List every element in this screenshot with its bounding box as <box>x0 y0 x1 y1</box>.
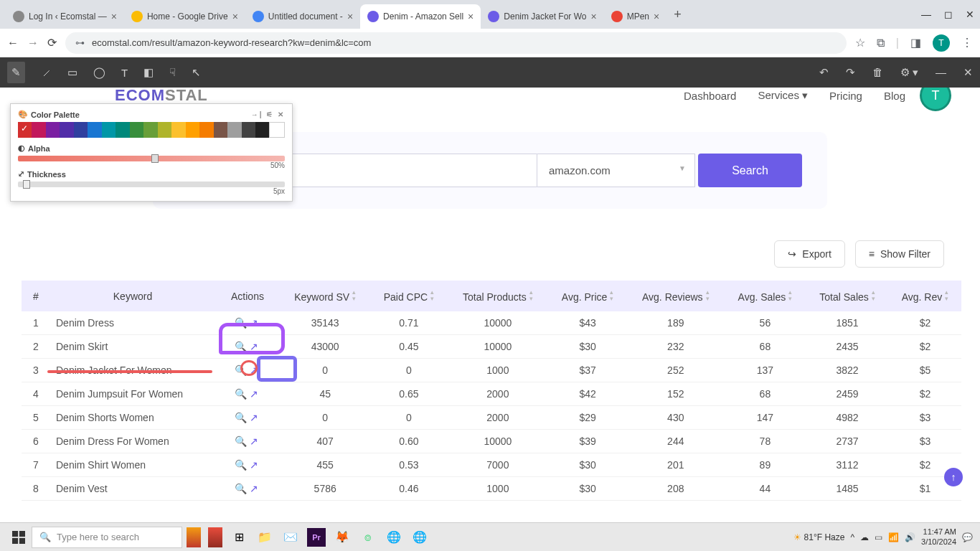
close-tab-icon[interactable]: × <box>111 11 117 22</box>
color-swatch[interactable] <box>269 122 284 138</box>
color-swatch[interactable] <box>255 122 269 138</box>
color-swatch[interactable] <box>18 122 32 138</box>
color-swatch[interactable] <box>88 122 101 138</box>
keyword-cell[interactable]: Denim Dress For Women <box>50 430 215 453</box>
eraser-tool[interactable]: ◧ <box>143 66 154 79</box>
onedrive-icon[interactable]: ☁ <box>860 532 869 542</box>
browser-menu-icon[interactable]: ⋮ <box>961 36 973 50</box>
column-header[interactable]: Actions <box>215 281 280 311</box>
minimize-toolbar[interactable]: — <box>936 66 946 79</box>
browser-tab[interactable]: MPen× <box>604 4 667 29</box>
color-swatches[interactable] <box>18 122 285 138</box>
start-button[interactable] <box>7 526 30 549</box>
thickness-slider[interactable] <box>18 182 285 187</box>
color-swatch[interactable] <box>242 122 255 138</box>
profile-avatar[interactable]: T <box>933 34 950 52</box>
open-action-icon[interactable]: ↗ <box>250 317 261 329</box>
bookmark-icon[interactable]: ☆ <box>855 36 865 50</box>
pen-tool[interactable]: ✎ <box>7 62 25 83</box>
color-swatch[interactable] <box>32 122 45 138</box>
close-tab-icon[interactable]: × <box>590 11 596 22</box>
close-tab-icon[interactable]: × <box>232 11 238 22</box>
forward-button[interactable]: → <box>27 37 39 50</box>
premiere-icon[interactable]: Pr <box>307 528 326 547</box>
keyword-cell[interactable]: Denim Shirt Women <box>50 453 215 477</box>
column-header[interactable]: # <box>22 281 50 311</box>
nav-link[interactable]: Dashboard <box>684 90 736 102</box>
open-action-icon[interactable]: ↗ <box>250 341 261 352</box>
column-header[interactable]: Keyword SV▴▾ <box>280 281 370 311</box>
export-button[interactable]: ↪Export <box>774 240 844 268</box>
volume-icon[interactable]: 🔊 <box>905 532 915 542</box>
movies-icon[interactable] <box>187 527 201 547</box>
redo-button[interactable]: ↷ <box>846 66 855 79</box>
close-tab-icon[interactable]: × <box>468 11 473 22</box>
color-swatch[interactable] <box>186 122 199 138</box>
keyword-cell[interactable]: Denim Vest <box>50 477 215 501</box>
browser-tab[interactable]: Log In ‹ Ecomstal — × <box>6 4 124 29</box>
nav-link[interactable]: Blog <box>884 90 905 102</box>
window-minimize[interactable]: — <box>921 9 931 20</box>
column-header[interactable]: Paid CPC▴▾ <box>370 281 447 311</box>
color-swatch[interactable] <box>199 122 213 138</box>
search-action-icon[interactable]: 🔍 <box>235 364 250 376</box>
line-tool[interactable]: ⟋ <box>41 67 52 79</box>
window-close[interactable]: ✕ <box>966 9 974 20</box>
alpha-slider[interactable] <box>18 156 285 161</box>
open-action-icon[interactable]: ↗ <box>250 364 261 376</box>
browser-tab[interactable]: Untitled document - × <box>245 4 360 29</box>
pointer-tool[interactable]: ☟ <box>169 66 176 79</box>
browser-tab[interactable]: Denim Jacket For Wo× <box>481 4 603 29</box>
color-palette-panel[interactable]: 🎨 Color Palette →| ⚟ ✕ ◐Alpha 50% ⤢Thick… <box>10 103 293 202</box>
user-avatar[interactable]: T <box>920 88 951 111</box>
reload-button[interactable]: ⟳ <box>47 36 57 50</box>
search-action-icon[interactable]: 🔍 <box>235 317 250 329</box>
back-button[interactable]: ← <box>7 37 19 50</box>
site-info-icon[interactable]: ⊶ <box>75 37 85 48</box>
task-view-icon[interactable]: ⊞ <box>230 528 248 547</box>
column-header[interactable]: Total Sales▴▾ <box>806 281 889 311</box>
open-action-icon[interactable]: ↗ <box>250 459 261 471</box>
scroll-to-top[interactable]: ↑ <box>944 468 963 486</box>
search-action-icon[interactable]: 🔍 <box>235 483 250 494</box>
tray-expand-icon[interactable]: ^ <box>850 532 854 542</box>
keyword-cell[interactable]: Denim Skirt <box>50 335 215 359</box>
color-swatch[interactable] <box>227 122 241 138</box>
open-action-icon[interactable]: ↗ <box>250 483 261 494</box>
cursor-tool[interactable]: ↖ <box>192 66 201 79</box>
palette-controls[interactable]: →| ⚟ ✕ <box>251 110 285 118</box>
open-action-icon[interactable]: ↗ <box>250 412 261 423</box>
browser-tab[interactable]: Home - Google Drive× <box>124 4 245 29</box>
search-action-icon[interactable]: 🔍 <box>235 388 250 400</box>
taskbar-search[interactable]: 🔍 Type here to search <box>32 527 182 548</box>
window-maximize[interactable]: ◻ <box>944 9 953 20</box>
search-action-icon[interactable]: 🔍 <box>235 459 250 471</box>
delete-button[interactable]: 🗑 <box>872 66 883 79</box>
color-swatch[interactable] <box>46 122 60 138</box>
show-filter-button[interactable]: ≡Show Filter <box>855 240 944 268</box>
keyword-cell[interactable]: Denim Shorts Women <box>50 406 215 430</box>
firefox-icon[interactable]: 🦊 <box>333 528 352 547</box>
search-action-icon[interactable]: 🔍 <box>235 412 250 423</box>
ellipse-tool[interactable]: ◯ <box>93 66 105 79</box>
color-swatch[interactable] <box>60 122 73 138</box>
search-action-icon[interactable]: 🔍 <box>235 341 250 352</box>
movies-icon-2[interactable] <box>208 527 222 547</box>
color-swatch[interactable] <box>102 122 116 138</box>
open-action-icon[interactable]: ↗ <box>250 435 261 447</box>
site-logo[interactable]: ECOMSTAL <box>115 88 208 105</box>
notifications-icon[interactable]: 💬 <box>962 532 973 542</box>
settings-icon[interactable]: ⚙ ▾ <box>900 66 918 79</box>
column-header[interactable]: Total Products▴▾ <box>447 281 548 311</box>
open-action-icon[interactable]: ↗ <box>250 388 261 400</box>
text-tool[interactable]: T <box>121 67 128 79</box>
weather-widget[interactable]: ☀81°F Haze <box>793 532 845 542</box>
rect-tool[interactable]: ▭ <box>67 66 77 79</box>
whatsapp-icon[interactable]: ⌾ <box>359 528 377 547</box>
explorer-icon[interactable]: 📁 <box>255 528 274 547</box>
column-header[interactable]: Keyword <box>50 281 215 311</box>
color-swatch[interactable] <box>130 122 143 138</box>
browser-tab[interactable]: Denim - Amazon Sell× <box>360 4 481 29</box>
close-toolbar[interactable]: ✕ <box>963 66 973 79</box>
keyword-cell[interactable]: Denim Jacket For Women <box>50 359 215 382</box>
